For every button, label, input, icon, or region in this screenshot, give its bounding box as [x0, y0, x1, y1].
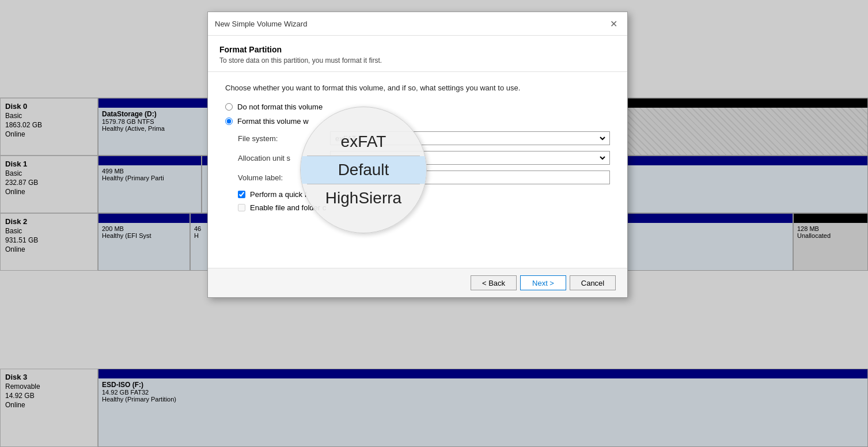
- wizard-body: Choose whether you want to format this v…: [208, 72, 627, 268]
- next-button[interactable]: Next >: [520, 275, 566, 290]
- magnifier-item-highsierra: HighSierra: [301, 184, 426, 212]
- radio-format-label: Format this volume w: [237, 117, 309, 126]
- quick-format-label: Perform a quick f: [250, 190, 306, 199]
- wizard-footer: < Back Next > Cancel: [208, 268, 627, 297]
- cancel-button[interactable]: Cancel: [570, 275, 616, 290]
- wizard-dialog: New Simple Volume Wizard ✕ Format Partit…: [207, 12, 628, 298]
- magnifier-item-exfat: exFAT: [301, 128, 426, 156]
- wizard-title: New Simple Volume Wizard: [215, 20, 307, 28]
- wizard-body-description: Choose whether you want to format this v…: [225, 84, 610, 92]
- quick-format-checkbox[interactable]: [238, 191, 245, 198]
- radio-format[interactable]: [225, 118, 233, 125]
- wizard-header-subtitle: To store data on this partition, you mus…: [219, 56, 616, 65]
- radio-format-option[interactable]: Format this volume w: [225, 117, 610, 126]
- wizard-header-title: Format Partition: [219, 45, 616, 54]
- radio-no-format-option[interactable]: Do not format this volume: [225, 103, 610, 111]
- radio-no-format[interactable]: [225, 103, 233, 111]
- folder-compress-checkbox[interactable]: [238, 204, 245, 211]
- wizard-titlebar: New Simple Volume Wizard ✕: [208, 12, 627, 36]
- radio-no-format-label: Do not format this volume: [237, 103, 323, 111]
- back-button[interactable]: < Back: [471, 275, 517, 290]
- magnifier-item-default: Default: [301, 156, 426, 184]
- magnifier-circle: exFAT Default HighSierra: [300, 107, 427, 233]
- wizard-close-button[interactable]: ✕: [607, 17, 620, 31]
- folder-compress-row[interactable]: Enable file and folder c: [225, 203, 610, 212]
- wizard-header: Format Partition To store data on this p…: [208, 36, 627, 72]
